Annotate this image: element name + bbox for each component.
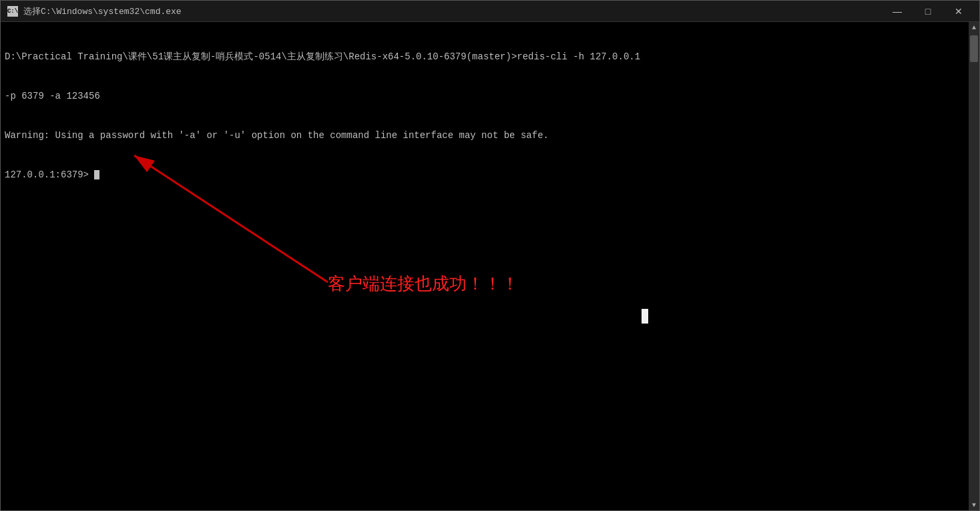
window-title: 选择C:\Windows\system32\cmd.exe (23, 5, 882, 17)
annotation-text: 客户端连接也成功！！！ (328, 272, 519, 296)
scrollbar-down-arrow[interactable]: ▼ (969, 500, 979, 510)
white-rect (642, 309, 648, 324)
terminal-cursor (94, 170, 99, 179)
maximize-button[interactable]: □ (913, 1, 943, 22)
window-icon: C:\ (6, 5, 19, 18)
terminal-line-2: -p 6379 -a 123456 (5, 90, 975, 103)
scrollbar[interactable]: ▲ ▼ (969, 22, 979, 510)
scrollbar-up-arrow[interactable]: ▲ (969, 22, 979, 33)
terminal-output: D:\Practical Training\课件\51课主从复制-哨兵模式-05… (5, 25, 975, 207)
terminal-body[interactable]: D:\Practical Training\课件\51课主从复制-哨兵模式-05… (1, 22, 979, 510)
close-button[interactable]: ✕ (943, 1, 974, 22)
terminal-line-3: Warning: Using a password with '-a' or '… (5, 129, 975, 143)
titlebar: C:\ 选择C:\Windows\system32\cmd.exe — □ ✕ (1, 1, 979, 22)
cmd-icon: C:\ (7, 6, 18, 17)
terminal-line-1: D:\Practical Training\课件\51课主从复制-哨兵模式-05… (5, 51, 975, 64)
minimize-button[interactable]: — (882, 1, 913, 22)
cmd-window: C:\ 选择C:\Windows\system32\cmd.exe — □ ✕ … (0, 0, 980, 511)
window-controls: — □ ✕ (882, 1, 974, 22)
terminal-line-4: 127.0.0.1:6379> (5, 169, 975, 182)
scrollbar-thumb[interactable] (970, 35, 978, 62)
